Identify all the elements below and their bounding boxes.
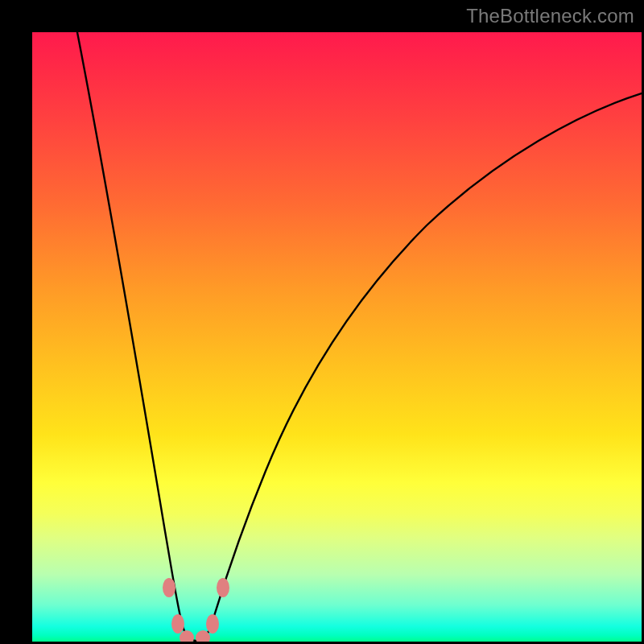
plot-area <box>32 32 642 642</box>
marker-dot <box>163 578 175 597</box>
chart-frame: TheBottleneck.com <box>0 0 644 644</box>
curve-svg <box>32 32 642 642</box>
marker-dot <box>171 614 184 634</box>
marker-dot <box>217 578 229 597</box>
watermark-label: TheBottleneck.com <box>466 5 634 27</box>
bottleneck-curve <box>76 32 642 641</box>
marker-dot <box>180 630 194 642</box>
marker-dot <box>206 614 219 634</box>
